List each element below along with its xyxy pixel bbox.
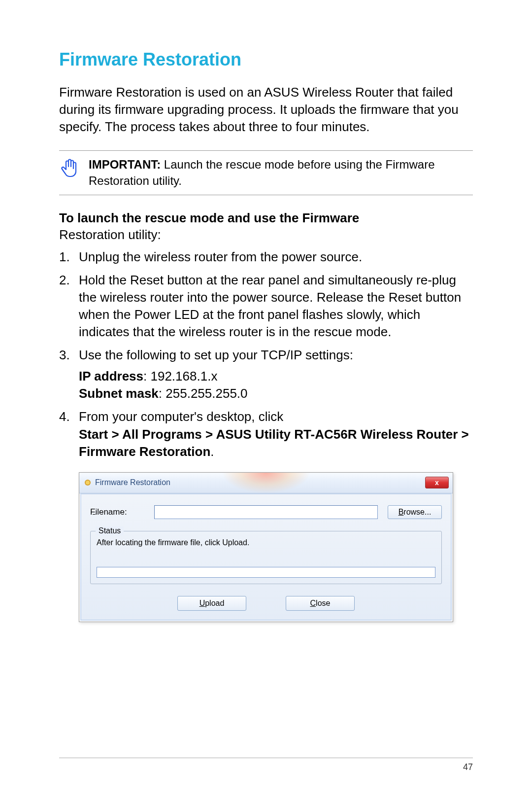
subnet-mask-label: Subnet mask: [79, 386, 159, 401]
step-1: Unplug the wireless router from the powe…: [59, 248, 473, 266]
upload-button[interactable]: Upload: [177, 596, 246, 611]
dialog-buttons: Upload Close: [90, 596, 442, 611]
status-legend: Status: [96, 526, 124, 535]
status-text: After locating the firmware file, click …: [97, 538, 435, 547]
important-text: IMPORTANT: Launch the rescue mode before…: [89, 157, 473, 189]
important-label: IMPORTANT:: [89, 158, 161, 171]
close-button[interactable]: x: [425, 477, 449, 488]
filename-input[interactable]: [154, 505, 378, 519]
dialog-titlebar: Firmware Restoration x: [79, 473, 453, 493]
close-icon: x: [435, 479, 439, 487]
step-3: Use the following to set up your TCP/IP …: [59, 347, 473, 402]
launch-heading: To launch the rescue mode and use the Fi…: [59, 210, 473, 244]
close-dialog-button[interactable]: Close: [286, 596, 355, 611]
launch-heading-bold: To launch the rescue mode and use the Fi…: [59, 210, 359, 225]
page-number: 47: [463, 762, 473, 772]
filename-row: Filename: Browse...: [90, 505, 442, 519]
svg-point-1: [86, 481, 90, 485]
launch-heading-normal: Restoration utility:: [59, 227, 161, 242]
browse-button[interactable]: Browse...: [388, 505, 442, 519]
firmware-dialog: Firmware Restoration x Filename: Browse.…: [79, 472, 453, 622]
status-group: Status After locating the firmware file,…: [90, 531, 442, 584]
page-heading: Firmware Restoration: [59, 49, 473, 70]
progress-bar: [97, 567, 435, 578]
step-4-intro: From your computer's desktop, click: [79, 409, 283, 424]
step-2: Hold the Reset button at the rear panel …: [59, 272, 473, 341]
steps-list: Unplug the wireless router from the powe…: [59, 248, 473, 460]
page-footer: 47: [59, 758, 473, 772]
hand-stop-icon: [59, 157, 79, 181]
step-4-period: .: [210, 444, 214, 459]
dialog-body: Filename: Browse... Status After locatin…: [79, 493, 453, 622]
step-4-path: Start > All Programs > ASUS Utility RT-A…: [79, 427, 469, 459]
app-icon: [83, 478, 92, 487]
filename-label: Filename:: [90, 507, 144, 517]
ip-address-label: IP address: [79, 369, 143, 384]
intro-paragraph: Firmware Restoration is used on an ASUS …: [59, 84, 473, 136]
titlebar-glow: [222, 473, 310, 493]
dialog-title: Firmware Restoration: [95, 478, 170, 487]
step-3-intro: Use the following to set up your TCP/IP …: [79, 348, 353, 362]
step-4: From your computer's desktop, click Star…: [59, 408, 473, 460]
important-callout: IMPORTANT: Launch the rescue mode before…: [59, 150, 473, 195]
subnet-mask-value: : 255.255.255.0: [159, 386, 248, 401]
ip-address-value: : 192.168.1.x: [143, 369, 217, 384]
